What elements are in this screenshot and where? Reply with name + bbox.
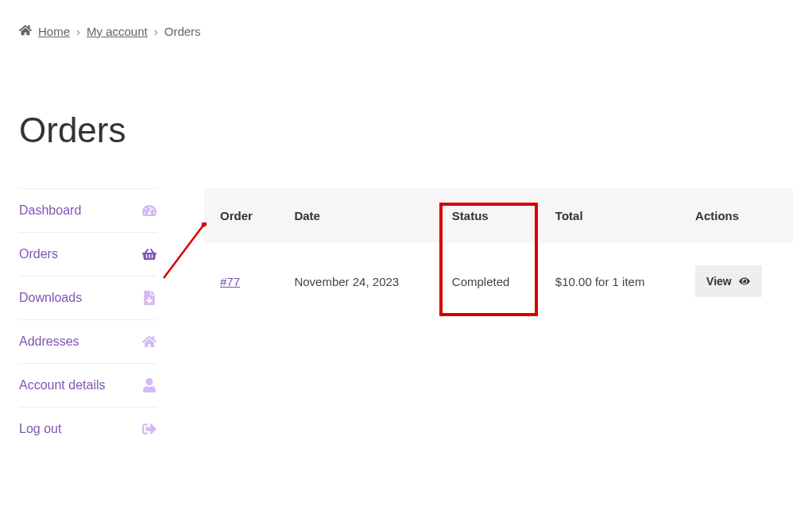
page-title: Orders [19,110,793,150]
col-actions: Actions [679,188,793,243]
dashboard-icon [142,203,157,218]
table-row: #77 November 24, 2023 Completed $10.00 f… [204,243,793,319]
user-icon [142,378,157,392]
cell-status: Completed [436,243,539,319]
sidebar-item-label: Account details [19,378,106,392]
sidebar-item-downloads[interactable]: Downloads [19,276,157,319]
file-icon [142,291,157,305]
col-date: Date [278,188,435,243]
logout-icon [142,422,157,436]
sidebar-item-logout[interactable]: Log out [19,407,157,450]
eye-icon [738,276,751,286]
sidebar: Dashboard Orders Downloads Addresses Acc… [19,188,157,450]
sidebar-item-account-details[interactable]: Account details [19,363,157,407]
breadcrumb-sep: › [154,25,158,38]
breadcrumb-home[interactable]: Home [38,25,70,38]
view-button[interactable]: View [695,265,762,297]
breadcrumb-account[interactable]: My account [87,25,148,38]
sidebar-item-label: Dashboard [19,203,81,218]
sidebar-item-label: Downloads [19,291,82,305]
col-total: Total [539,188,679,243]
sidebar-item-label: Orders [19,247,58,261]
sidebar-item-orders[interactable]: Orders [19,232,157,276]
order-link[interactable]: #77 [220,275,240,288]
basket-icon [142,247,157,261]
sidebar-item-addresses[interactable]: Addresses [19,319,157,363]
home-icon [142,334,157,349]
orders-table-container: Order Date Status Total Actions #77 Nove… [204,188,793,319]
breadcrumb-current: Orders [164,25,201,38]
col-status: Status [436,188,539,243]
cell-actions: View [679,243,793,319]
orders-table: Order Date Status Total Actions #77 Nove… [204,188,793,319]
breadcrumb-sep: › [76,25,80,38]
col-order: Order [204,188,278,243]
breadcrumb: Home › My account › Orders [19,24,793,39]
cell-date: November 24, 2023 [278,243,435,319]
sidebar-item-dashboard[interactable]: Dashboard [19,188,157,232]
home-icon [19,24,32,39]
sidebar-item-label: Addresses [19,334,79,349]
sidebar-item-label: Log out [19,422,61,436]
cell-order: #77 [204,243,278,319]
cell-total: $10.00 for 1 item [539,243,679,319]
view-button-label: View [706,275,732,288]
